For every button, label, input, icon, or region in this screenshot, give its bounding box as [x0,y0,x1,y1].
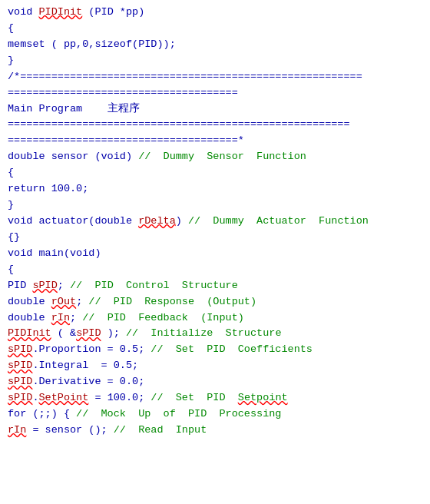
code-line-18: PID sPID; // PID Control Structure [8,278,422,294]
code-line-20: double rIn; // PID Feedback (Input) [8,310,422,327]
code-line-14: void actuator(double rDelta) // Dummy Ac… [8,214,422,230]
code-editor: void PIDInit (PID *pp) { memset ( pp,0,s… [0,0,430,504]
code-line-5: /*======================================… [8,69,422,85]
code-line-24: sPID.Derivative = 0.0; [8,374,422,390]
code-line-22: sPID.Proportion = 0.5; // Set PID Coeffi… [8,342,422,358]
code-line-2: { [8,21,422,37]
code-line-7: Main Program 主程序 [8,101,422,118]
code-line-11: { [8,165,422,181]
code-line-8: ========================================… [8,117,422,133]
code-line-16: void main(void) [8,246,422,262]
code-line-23: sPID.Integral = 0.5; [8,358,422,374]
code-line-10: double sensor (void) // Dummy Sensor Fun… [8,149,422,165]
code-line-19: double rOut; // PID Response (Output) [8,294,422,310]
code-line-3: memset ( pp,0,sizeof(PID)); [8,37,422,53]
code-line-4: } [8,53,422,69]
code-line-27: rIn = sensor (); // Read Input [8,423,422,439]
code-line-12: return 100.0; [8,181,422,197]
code-line-21: PIDInit ( &sPID ); // Initialize Structu… [8,326,422,342]
code-line-1: void PIDInit (PID *pp) [8,5,422,21]
code-line-17: { [8,262,422,278]
code-line-15: {} [8,230,422,246]
code-line-13: } [8,197,422,214]
code-line-25: sPID.SetPoint = 100.0; // Set PID Setpoi… [8,390,422,406]
code-line-9: =====================================* [8,133,422,149]
code-line-26: for (;;) { // Mock Up of PID Processing [8,406,422,423]
code-line-6: ===================================== [8,85,422,101]
